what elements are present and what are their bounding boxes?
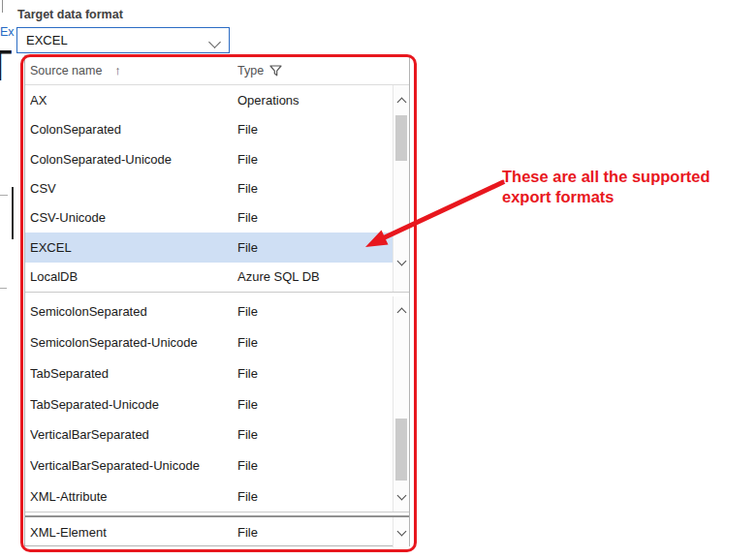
dropdown-row-XML-Element[interactable]: XML-ElementFile [25, 517, 393, 547]
row-source-name: AX [30, 93, 237, 108]
row-type: File [237, 489, 393, 504]
list-header: Source name ↑ Type [25, 56, 409, 85]
dropdown-row-TabSeparated[interactable]: TabSeparatedFile [25, 357, 393, 388]
row-type: File [237, 210, 393, 225]
clipped-page-heading: T [0, 50, 12, 95]
dropdown-row-AX[interactable]: AXOperations [25, 85, 393, 114]
source-format-dropdown-list: Source name ↑ Type AXOperationsColonSepa… [24, 55, 410, 546]
row-type: File [237, 152, 393, 167]
row-source-name: LocalDB [30, 269, 237, 284]
row-type: Operations [237, 93, 393, 108]
background-line-fragment [0, 288, 7, 289]
row-source-name: SemicolonSeparated [30, 304, 237, 319]
row-type: File [237, 122, 393, 137]
dropdown-row-TabSeparated-Unicode[interactable]: TabSeparated-UnicodeFile [25, 388, 393, 419]
dropdown-row-SemicolonSeparated[interactable]: SemicolonSeparatedFile [25, 296, 393, 327]
target-data-format-combobox[interactable]: EXCEL [16, 27, 230, 53]
row-type: File [237, 397, 393, 412]
row-source-name: CSV-Unicode [30, 210, 237, 225]
dropdown-row-CSV[interactable]: CSVFile [25, 173, 393, 202]
type-column-header[interactable]: Type [237, 64, 264, 78]
dropdown-row-SemicolonSeparated-Unicode[interactable]: SemicolonSeparated-UnicodeFile [25, 327, 393, 358]
background-divider-fragment [2, 0, 3, 13]
scroll-up-button[interactable] [394, 93, 409, 109]
clipped-export-link[interactable]: Ex [0, 25, 15, 39]
chevron-down-icon[interactable] [210, 35, 219, 49]
dropdown-row-XML-Attribute[interactable]: XML-AttributeFile [25, 481, 393, 512]
sort-ascending-icon[interactable]: ↑ [114, 63, 121, 78]
scroll-down-button[interactable] [394, 489, 409, 505]
row-type: File [237, 366, 393, 381]
scroll-up-button[interactable] [394, 303, 409, 319]
row-source-name: XML-Attribute [30, 489, 237, 504]
row-source-name: ColonSeparated-Unicode [30, 152, 237, 167]
list-section-1: AXOperationsColonSeparatedFileColonSepar… [25, 85, 409, 292]
row-source-name: VerticalBarSeparated-Unicode [30, 458, 237, 473]
scrollbar[interactable] [393, 296, 409, 512]
row-source-name: TabSeparated-Unicode [30, 397, 237, 412]
annotation-line-1: These are all the supported [502, 167, 710, 187]
row-source-name: XML-Element [30, 525, 237, 540]
background-line-fragment [12, 187, 14, 239]
row-source-name: EXCEL [30, 240, 237, 255]
row-type: File [237, 240, 393, 255]
list-section-3: XML-ElementFile [25, 515, 409, 547]
row-type: File [237, 427, 393, 442]
row-source-name: SemicolonSeparated-Unicode [30, 335, 237, 350]
dropdown-row-CSV-Unicode[interactable]: CSV-UnicodeFile [25, 203, 393, 233]
scrollbar-thumb[interactable] [395, 419, 407, 481]
annotation-line-2: export formats [502, 187, 710, 207]
scrollbar[interactable] [393, 85, 409, 292]
background-line-fragment [0, 195, 8, 196]
dropdown-row-LocalDB[interactable]: LocalDBAzure SQL DB [25, 263, 393, 292]
dropdown-row-EXCEL[interactable]: EXCELFile [25, 233, 393, 262]
row-source-name: VerticalBarSeparated [30, 427, 237, 442]
filter-funnel-icon[interactable] [269, 65, 282, 77]
list-section-2: SemicolonSeparatedFileSemicolonSeparated… [25, 296, 409, 512]
scrollbar-thumb[interactable] [395, 115, 407, 161]
row-source-name: ColonSeparated [30, 122, 237, 137]
row-type: File [237, 458, 393, 473]
row-type: Azure SQL DB [237, 269, 393, 284]
row-source-name: CSV [30, 181, 237, 196]
dropdown-row-ColonSeparated[interactable]: ColonSeparatedFile [25, 114, 393, 143]
source-name-column-header[interactable]: Source name [30, 64, 102, 78]
scroll-down-button[interactable] [393, 517, 409, 547]
row-type: File [237, 304, 393, 319]
row-type: File [237, 181, 393, 196]
row-type: File [237, 335, 393, 350]
combobox-value: EXCEL [26, 33, 68, 47]
annotation-text: These are all the supported export forma… [502, 167, 710, 207]
dropdown-row-VerticalBarSeparated[interactable]: VerticalBarSeparatedFile [25, 419, 393, 450]
row-source-name: TabSeparated [30, 366, 237, 381]
dropdown-row-ColonSeparated-Unicode[interactable]: ColonSeparated-UnicodeFile [25, 144, 393, 173]
dropdown-row-VerticalBarSeparated-Unicode[interactable]: VerticalBarSeparated-UnicodeFile [25, 450, 393, 481]
scroll-down-button[interactable] [394, 255, 409, 270]
row-type: File [237, 525, 393, 540]
target-data-format-label: Target data format [17, 8, 123, 21]
